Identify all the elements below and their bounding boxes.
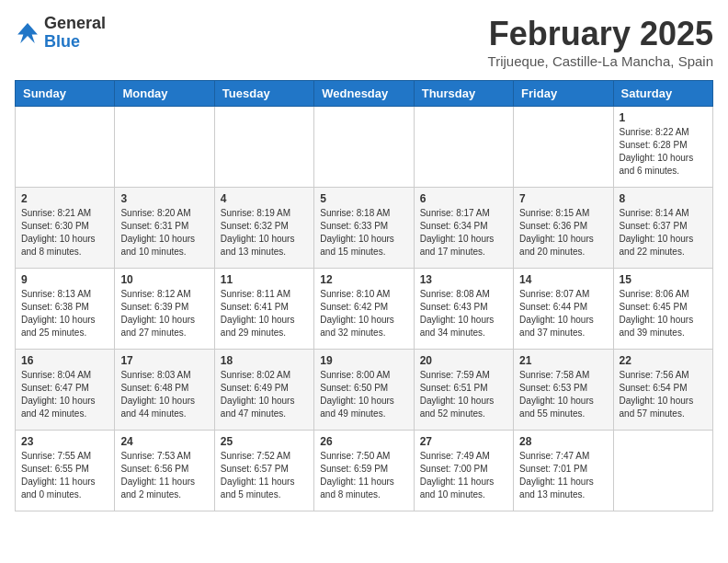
calendar-cell: 8Sunrise: 8:14 AM Sunset: 6:37 PM Daylig…: [613, 188, 712, 269]
calendar-week-row: 16Sunrise: 8:04 AM Sunset: 6:47 PM Dayli…: [16, 350, 713, 431]
day-info: Sunrise: 8:04 AM Sunset: 6:47 PM Dayligh…: [21, 369, 108, 420]
calendar-cell: 19Sunrise: 8:00 AM Sunset: 6:50 PM Dayli…: [314, 350, 414, 431]
calendar-cell: 13Sunrise: 8:08 AM Sunset: 6:43 PM Dayli…: [414, 269, 513, 350]
day-info: Sunrise: 8:11 AM Sunset: 6:41 PM Dayligh…: [221, 288, 308, 339]
calendar-cell: 7Sunrise: 8:15 AM Sunset: 6:36 PM Daylig…: [514, 188, 613, 269]
calendar-cell: 3Sunrise: 8:20 AM Sunset: 6:31 PM Daylig…: [115, 188, 214, 269]
day-number: 28: [519, 435, 607, 448]
header: General Blue February 2025 Trijueque, Ca…: [15, 15, 713, 69]
day-number: 23: [21, 435, 108, 448]
day-info: Sunrise: 8:12 AM Sunset: 6:39 PM Dayligh…: [120, 288, 208, 339]
day-info: Sunrise: 8:13 AM Sunset: 6:38 PM Dayligh…: [21, 288, 108, 339]
calendar-header-thursday: Thursday: [414, 81, 513, 107]
day-info: Sunrise: 8:00 AM Sunset: 6:50 PM Dayligh…: [320, 369, 407, 420]
calendar-cell: 6Sunrise: 8:17 AM Sunset: 6:34 PM Daylig…: [414, 188, 513, 269]
day-number: 22: [620, 354, 707, 367]
calendar-header-tuesday: Tuesday: [214, 81, 313, 107]
calendar-cell: 22Sunrise: 7:56 AM Sunset: 6:54 PM Dayli…: [613, 350, 712, 431]
calendar-week-row: 9Sunrise: 8:13 AM Sunset: 6:38 PM Daylig…: [16, 269, 713, 350]
calendar-cell: 4Sunrise: 8:19 AM Sunset: 6:32 PM Daylig…: [214, 188, 313, 269]
day-number: 27: [420, 435, 507, 448]
day-number: 13: [420, 273, 507, 286]
day-info: Sunrise: 8:18 AM Sunset: 6:33 PM Dayligh…: [320, 207, 407, 259]
day-number: 11: [221, 273, 308, 286]
calendar-week-row: 2Sunrise: 8:21 AM Sunset: 6:30 PM Daylig…: [16, 188, 713, 269]
day-info: Sunrise: 8:10 AM Sunset: 6:42 PM Dayligh…: [320, 288, 407, 339]
calendar-header-wednesday: Wednesday: [314, 81, 414, 107]
svg-marker-0: [17, 23, 38, 43]
calendar-cell: 14Sunrise: 8:07 AM Sunset: 6:44 PM Dayli…: [514, 269, 613, 350]
calendar-week-row: 1Sunrise: 8:22 AM Sunset: 6:28 PM Daylig…: [16, 107, 713, 188]
day-info: Sunrise: 8:17 AM Sunset: 6:34 PM Dayligh…: [420, 207, 507, 259]
day-info: Sunrise: 8:08 AM Sunset: 6:43 PM Dayligh…: [420, 288, 507, 339]
day-info: Sunrise: 7:49 AM Sunset: 7:00 PM Dayligh…: [420, 450, 507, 501]
calendar-cell: 21Sunrise: 7:58 AM Sunset: 6:53 PM Dayli…: [514, 350, 613, 431]
calendar-cell: 1Sunrise: 8:22 AM Sunset: 6:28 PM Daylig…: [613, 107, 712, 188]
logo-general-text: General: [44, 14, 106, 32]
calendar-week-row: 23Sunrise: 7:55 AM Sunset: 6:55 PM Dayli…: [16, 431, 713, 511]
calendar-header-row: SundayMondayTuesdayWednesdayThursdayFrid…: [16, 81, 713, 107]
calendar-cell: 24Sunrise: 7:53 AM Sunset: 6:56 PM Dayli…: [115, 431, 214, 511]
day-info: Sunrise: 8:20 AM Sunset: 6:31 PM Dayligh…: [120, 207, 208, 259]
logo: General Blue: [15, 15, 106, 52]
calendar-cell: [414, 107, 513, 188]
calendar-cell: 18Sunrise: 8:02 AM Sunset: 6:49 PM Dayli…: [214, 350, 313, 431]
calendar-cell: 9Sunrise: 8:13 AM Sunset: 6:38 PM Daylig…: [16, 269, 115, 350]
day-info: Sunrise: 7:47 AM Sunset: 7:01 PM Dayligh…: [519, 450, 607, 501]
day-number: 19: [320, 354, 407, 367]
calendar-cell: 10Sunrise: 8:12 AM Sunset: 6:39 PM Dayli…: [115, 269, 214, 350]
day-info: Sunrise: 7:58 AM Sunset: 6:53 PM Dayligh…: [519, 369, 607, 420]
calendar-header-sunday: Sunday: [16, 81, 115, 107]
day-number: 21: [519, 354, 607, 367]
calendar-cell: 20Sunrise: 7:59 AM Sunset: 6:51 PM Dayli…: [414, 350, 513, 431]
day-number: 15: [620, 273, 707, 286]
day-number: 25: [221, 435, 308, 448]
calendar-cell: 26Sunrise: 7:50 AM Sunset: 6:59 PM Dayli…: [314, 431, 414, 511]
title-area: February 2025 Trijueque, Castille-La Man…: [488, 15, 713, 69]
day-number: 4: [221, 192, 308, 205]
day-info: Sunrise: 8:22 AM Sunset: 6:28 PM Dayligh…: [620, 126, 707, 178]
day-info: Sunrise: 7:56 AM Sunset: 6:54 PM Dayligh…: [620, 369, 707, 420]
day-number: 1: [620, 111, 707, 124]
day-info: Sunrise: 8:21 AM Sunset: 6:30 PM Dayligh…: [21, 207, 108, 259]
day-number: 26: [320, 435, 407, 448]
calendar-cell: 28Sunrise: 7:47 AM Sunset: 7:01 PM Dayli…: [514, 431, 613, 511]
logo-blue-text: Blue: [44, 32, 80, 51]
calendar-cell: 11Sunrise: 8:11 AM Sunset: 6:41 PM Dayli…: [214, 269, 313, 350]
calendar-cell: 15Sunrise: 8:06 AM Sunset: 6:45 PM Dayli…: [613, 269, 712, 350]
day-number: 2: [21, 192, 108, 205]
calendar-cell: 27Sunrise: 7:49 AM Sunset: 7:00 PM Dayli…: [414, 431, 513, 511]
calendar-cell: [514, 107, 613, 188]
calendar-header-saturday: Saturday: [613, 81, 712, 107]
day-number: 18: [221, 354, 308, 367]
day-number: 9: [21, 273, 108, 286]
day-number: 3: [120, 192, 208, 205]
location-title: Trijueque, Castille-La Mancha, Spain: [488, 53, 713, 69]
calendar-cell: 2Sunrise: 8:21 AM Sunset: 6:30 PM Daylig…: [16, 188, 115, 269]
day-number: 16: [21, 354, 108, 367]
day-number: 17: [120, 354, 208, 367]
day-info: Sunrise: 7:50 AM Sunset: 6:59 PM Dayligh…: [320, 450, 407, 501]
calendar-header-monday: Monday: [115, 81, 214, 107]
day-number: 7: [519, 192, 607, 205]
logo-text: General Blue: [44, 15, 106, 52]
calendar-table: SundayMondayTuesdayWednesdayThursdayFrid…: [15, 80, 713, 511]
day-info: Sunrise: 8:07 AM Sunset: 6:44 PM Dayligh…: [519, 288, 607, 339]
day-number: 20: [420, 354, 507, 367]
calendar-cell: 12Sunrise: 8:10 AM Sunset: 6:42 PM Dayli…: [314, 269, 414, 350]
day-info: Sunrise: 8:06 AM Sunset: 6:45 PM Dayligh…: [620, 288, 707, 339]
day-info: Sunrise: 7:53 AM Sunset: 6:56 PM Dayligh…: [120, 450, 208, 501]
day-info: Sunrise: 8:19 AM Sunset: 6:32 PM Dayligh…: [221, 207, 308, 259]
day-info: Sunrise: 8:14 AM Sunset: 6:37 PM Dayligh…: [620, 207, 707, 259]
day-info: Sunrise: 8:02 AM Sunset: 6:49 PM Dayligh…: [221, 369, 308, 420]
day-info: Sunrise: 8:15 AM Sunset: 6:36 PM Dayligh…: [519, 207, 607, 259]
month-title: February 2025: [488, 15, 713, 53]
calendar-cell: 16Sunrise: 8:04 AM Sunset: 6:47 PM Dayli…: [16, 350, 115, 431]
day-number: 14: [519, 273, 607, 286]
calendar-cell: 17Sunrise: 8:03 AM Sunset: 6:48 PM Dayli…: [115, 350, 214, 431]
calendar-cell: 25Sunrise: 7:52 AM Sunset: 6:57 PM Dayli…: [214, 431, 313, 511]
day-number: 8: [620, 192, 707, 205]
calendar-cell: [314, 107, 414, 188]
day-number: 12: [320, 273, 407, 286]
logo-icon: [15, 20, 40, 46]
